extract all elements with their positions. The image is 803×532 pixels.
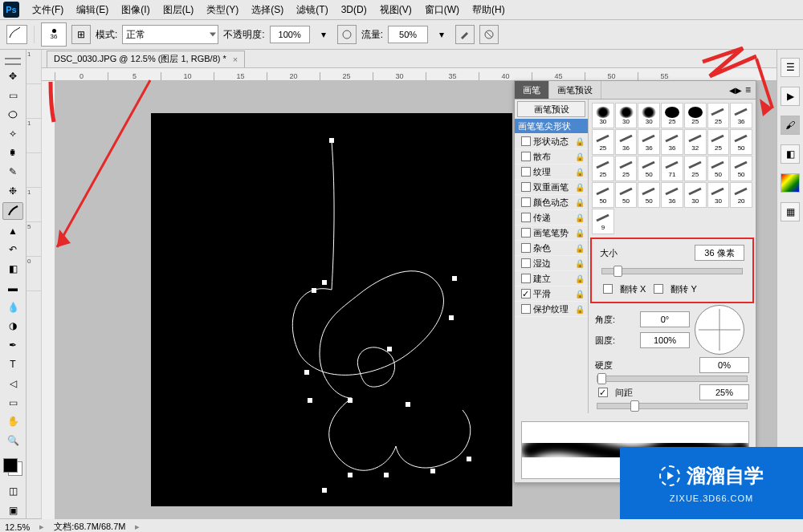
angle-input[interactable]: 0°	[640, 311, 690, 327]
path-handle[interactable]	[322, 280, 327, 285]
patch-tool[interactable]: ❉	[3, 183, 22, 199]
row-checkbox[interactable]	[521, 304, 531, 314]
pen-tool[interactable]: ✒	[3, 337, 22, 353]
toggle-brush-panel-button[interactable]: ⊞	[71, 25, 91, 44]
size-input[interactable]: 36 像素	[695, 245, 744, 261]
eraser-tool[interactable]: ◧	[3, 261, 22, 277]
path-handle[interactable]	[452, 276, 457, 281]
menu-help[interactable]: 帮助(H)	[466, 3, 512, 17]
path-handle[interactable]	[312, 288, 316, 293]
history-brush-tool[interactable]: ↶	[3, 242, 22, 258]
brush-tip-thumb[interactable]: 30	[684, 182, 707, 208]
brush-row-传递[interactable]: 传递🔒	[515, 210, 588, 225]
brush-tip-thumb[interactable]: 30	[707, 182, 730, 208]
brush-row-纹理[interactable]: 纹理🔒	[515, 164, 588, 180]
wand-tool[interactable]: ✧	[3, 126, 22, 142]
brush-tip-thumb[interactable]: 36	[661, 182, 683, 208]
tab-brush[interactable]: 画笔	[515, 81, 549, 99]
flip-x-checkbox[interactable]	[603, 284, 613, 294]
hand-tool[interactable]: ✋	[3, 413, 22, 429]
spacing-checkbox[interactable]	[598, 388, 608, 397]
row-checkbox[interactable]	[521, 243, 531, 253]
blur-tool[interactable]: 💧	[3, 299, 22, 315]
chevron-down-icon[interactable]: ▾	[315, 26, 332, 43]
brush-row-颜色动态[interactable]: 颜色动态🔒	[515, 195, 588, 210]
brush-tip-thumb[interactable]: 36	[615, 129, 638, 155]
brush-presets-header[interactable]: 画笔预设	[517, 101, 585, 117]
brush-tip-thumb[interactable]: 25	[592, 156, 614, 181]
doc-tab[interactable]: DSC_0030.JPG @ 12.5% (图层 1, RGB/8) * ×	[47, 51, 245, 67]
brush-tip-thumb[interactable]: 32	[684, 129, 707, 155]
menu-edit[interactable]: 编辑(E)	[70, 3, 115, 17]
brush-tip-thumb[interactable]: 20	[730, 182, 752, 208]
chevron-down-icon[interactable]: ▾	[433, 26, 450, 43]
row-checkbox[interactable]	[521, 228, 531, 238]
menu-file[interactable]: 文件(F)	[26, 3, 70, 17]
zoom-level[interactable]: 12.5%	[5, 522, 30, 532]
size-slider[interactable]	[601, 268, 743, 274]
path-handle[interactable]	[387, 347, 392, 351]
dodge-tool[interactable]: ◑	[3, 319, 22, 335]
collapsed-panel-strip[interactable]: 11150	[26, 50, 42, 518]
path-handle[interactable]	[467, 457, 471, 461]
gradient-tool[interactable]: ▬	[3, 280, 22, 296]
marquee-tool[interactable]: ▭	[3, 87, 22, 104]
row-checkbox[interactable]	[521, 136, 531, 146]
color-panel-icon[interactable]	[781, 173, 800, 193]
brush-row-散布[interactable]: 散布🔒	[515, 149, 588, 164]
close-tab-icon[interactable]: ×	[233, 55, 238, 64]
brush-tip-thumb[interactable]: 50	[615, 182, 638, 208]
flow-value[interactable]: 50%	[388, 26, 428, 43]
brush-row-双重画笔[interactable]: 双重画笔🔒	[515, 180, 588, 195]
brush-row-建立[interactable]: 建立🔒	[515, 271, 588, 286]
menu-image[interactable]: 图像(I)	[115, 3, 156, 17]
row-checkbox[interactable]	[521, 258, 531, 268]
brush-row-保护纹理[interactable]: 保护纹理🔒	[515, 302, 588, 317]
path-handle[interactable]	[308, 398, 312, 403]
brush-tip-thumb[interactable]: 25	[592, 129, 614, 155]
tool-preset-icon[interactable]	[6, 25, 27, 44]
brush-row-画笔笔势[interactable]: 画笔笔势🔒	[515, 225, 588, 241]
spacing-slider[interactable]	[597, 403, 748, 409]
brush-tip-thumb[interactable]: 30	[592, 103, 614, 128]
brush-tool[interactable]	[2, 202, 23, 220]
brush-tip-thumb[interactable]: 71	[661, 156, 683, 181]
path-select-tool[interactable]: ◁	[3, 376, 22, 392]
stamp-tool[interactable]: ▲	[3, 223, 22, 239]
brush-tip-thumb[interactable]: 25	[661, 103, 683, 128]
brush-tip-thumb[interactable]: 25	[615, 156, 638, 181]
brush-row-杂色[interactable]: 杂色🔒	[515, 241, 588, 256]
styles-panel-icon[interactable]: ▦	[781, 202, 800, 221]
brush-tip-thumb[interactable]: 25	[684, 156, 707, 181]
lasso-tool[interactable]	[3, 107, 22, 123]
quickmask-toggle[interactable]: ◫	[3, 484, 22, 500]
color-swatch[interactable]	[3, 458, 22, 476]
pressure-opacity-icon[interactable]	[337, 25, 357, 44]
move-tool[interactable]: ✥	[3, 68, 22, 84]
row-checkbox[interactable]	[521, 167, 531, 177]
brush-tip-thumb[interactable]: 50	[638, 156, 660, 181]
brush-preset-picker[interactable]: 36	[41, 22, 67, 47]
path-handle[interactable]	[322, 488, 327, 493]
hardness-input[interactable]: 0%	[699, 357, 749, 373]
flip-y-checkbox[interactable]	[654, 284, 663, 294]
brush-tip-thumb[interactable]: 50	[730, 156, 752, 181]
row-checkbox[interactable]	[521, 182, 531, 192]
row-checkbox[interactable]	[521, 289, 531, 298]
row-checkbox[interactable]	[521, 152, 531, 161]
brush-row-画笔笔尖形状[interactable]: 画笔笔尖形状	[515, 119, 588, 134]
spacing-input[interactable]: 25%	[699, 384, 749, 400]
rectangle-tool[interactable]: ▭	[3, 395, 22, 411]
row-checkbox[interactable]	[521, 197, 531, 207]
panel-menu-icon[interactable]: ≡	[745, 84, 751, 95]
canvas[interactable]	[151, 113, 512, 506]
brush-tip-thumb[interactable]: 25	[684, 103, 707, 128]
zoom-tool[interactable]: 🔍	[3, 433, 22, 449]
path-handle[interactable]	[430, 469, 435, 473]
screen-mode-toggle[interactable]: ▣	[3, 502, 22, 518]
brush-tip-thumb[interactable]: 30	[615, 103, 638, 128]
pressure-size-icon[interactable]	[479, 25, 499, 44]
menu-layer[interactable]: 图层(L)	[157, 3, 201, 17]
brush-tip-thumb[interactable]: 36	[638, 129, 660, 155]
roundness-input[interactable]: 100%	[640, 332, 690, 348]
